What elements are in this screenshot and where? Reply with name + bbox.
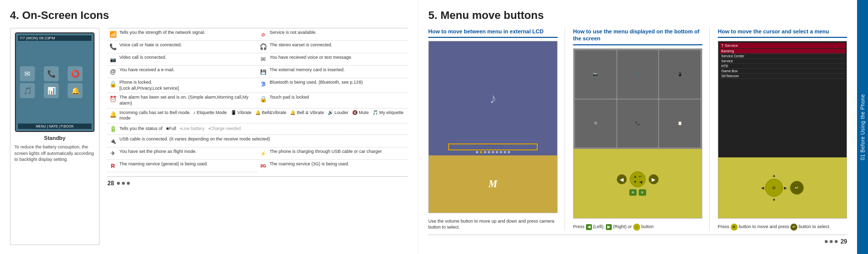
icon-row-flight: ✈ You have set the phone as flight mode. — [107, 147, 258, 160]
phone-label: Standby — [44, 135, 65, 141]
icon-row-earset: 🎧 The stereo earset is connected. — [258, 41, 408, 53]
right-nav-btn[interactable]: ▶ — [649, 174, 659, 184]
menu-cell-6: 📋 — [659, 100, 700, 148]
icon-row-email: @ You have received a e-mail. — [107, 66, 258, 78]
arrow-left-label: ◀ — [761, 186, 764, 190]
page-dots-left — [117, 182, 130, 185]
memory-card-icon: 💾 — [259, 67, 268, 76]
left-title: 4. On-Screen Icons — [10, 9, 408, 22]
arrow-right-label: ▶ — [784, 186, 787, 190]
charging-icon: ⚡ — [259, 149, 268, 158]
network-signal-icon: 📶 — [108, 30, 117, 39]
phone-screen: 7/7 (MON) 09:23PM ✉ 📞 ⭕ 🎵 📊 🔔 MENU | NAT… — [15, 32, 95, 132]
left-section: 4. On-Screen Icons 7/7 (MON) 09:23PM ✉ 📞… — [0, 0, 418, 254]
menu-cell-2: 🎵 — [617, 50, 659, 99]
right-title: 5. Menu move buttons — [428, 9, 847, 22]
bottom-menu-image: 📷 🎵 📱 ⚙ 📞 📋 ◀ — [573, 48, 702, 219]
dot-4 — [488, 151, 490, 153]
dot-6 — [496, 151, 498, 153]
usb-text: USB cable is connected. (It varies depen… — [119, 136, 407, 142]
icon-row-bluetooth: ℬ Bluetooth is being used. (Bluetooth, s… — [258, 78, 408, 93]
page-numbers-right: 29 — [428, 235, 847, 245]
email-icon: @ — [108, 67, 117, 76]
icon-row-touchpad: 🔒 Touch pad is locked — [258, 93, 408, 108]
message-icon: ✉ — [259, 55, 268, 64]
icon-row-battery: 🔋 Tells you the status of ■Full ▪Low bat… — [107, 124, 408, 135]
subsection-3-title: How to move the cursor and select a menu — [718, 28, 847, 38]
page-dot-r3 — [835, 240, 838, 243]
icon-row-voice-call: 📞 Voice call or Nate is connected. — [107, 41, 258, 53]
phone-icon-4: 🎵 — [20, 83, 35, 98]
menu-item-5: Game Box — [720, 69, 845, 74]
icon-row-usb: 🔌 USB cable is connected. (It varies dep… — [107, 135, 408, 147]
bell-text: Incoming calls has set to Bell mode. ♪ E… — [119, 110, 407, 122]
left-content: 7/7 (MON) 09:23PM ✉ 📞 ⭕ 🎵 📊 🔔 MENU | NAT… — [10, 28, 408, 245]
phone-icon-6: 🔔 — [68, 83, 83, 98]
soft-btn-left[interactable]: ≡ — [629, 189, 637, 196]
icon-row-alarm: ⏰ The alarm has been set and is on. (Sim… — [107, 93, 258, 108]
message-text: You have recieved voice or text message. — [270, 55, 407, 61]
phone-bottom-bar: MENU | NATE | P.BOOK — [18, 124, 92, 129]
phone-icon-5: 📊 — [44, 83, 59, 98]
page-dots-right — [825, 240, 838, 243]
dot-9 — [508, 151, 510, 153]
phone-icons-grid: ✉ 📞 ⭕ 🎵 📊 🔔 — [18, 41, 92, 124]
page-number-29: 29 — [841, 238, 847, 245]
roaming-3g-text: The roaming service (3G) is being used. — [270, 161, 407, 167]
external-lcd-visual: ♪ — [429, 41, 557, 213]
subsection-2-desc: Press ◀ (Left), ▶ (Right) or ○ button — [573, 224, 702, 231]
move-btn-inline: ⊕ — [731, 224, 738, 231]
status-bar-text: 7/7 (MON) 09:23PM — [19, 36, 55, 40]
usb-icon: 🔌 — [108, 136, 117, 145]
selection-indicator — [448, 143, 538, 150]
select-nav-btn[interactable]: ↵ — [790, 181, 804, 195]
icon-row-no-service: ⊘ Service is not available. — [258, 28, 408, 41]
menu-item-4: NTE — [720, 64, 845, 69]
soft-btn-right[interactable]: ≡ — [639, 189, 646, 196]
phone-icon-1: ✉ — [20, 66, 35, 81]
right-section: 5. Menu move buttons How to move between… — [418, 0, 857, 254]
nav-buttons-display: ◀ ▲↵ ▼◀ ▶ ≡ — [574, 149, 702, 218]
page-dot-1 — [117, 182, 120, 185]
phone-description: To reduce the battery consuption, the sc… — [14, 144, 95, 163]
memory-card-text: The external memory card is inserted. — [270, 67, 407, 73]
no-service-icon: ⊘ — [259, 30, 268, 39]
voice-call-icon: 📞 — [108, 42, 117, 51]
email-text: You have received a e-mail. — [119, 67, 257, 73]
phone-icon-3: ⭕ — [68, 66, 83, 81]
cursor-nav-btn[interactable]: ⊕ — [765, 179, 783, 197]
dot-5 — [492, 151, 494, 153]
icon-row-roaming: R The roaming service (general) is being… — [107, 160, 258, 172]
icon-row-charging: ⚡ The phone is charging through USB cabl… — [258, 147, 408, 160]
icon-row-message: ✉ You have recieved voice or text messag… — [258, 53, 408, 66]
phone-icon-2: 📞 — [44, 66, 59, 81]
touchpad-locked-icon: 🔒 — [259, 95, 268, 104]
subsection-1-desc: Use the volume button to move up and dow… — [428, 218, 558, 231]
video-call-text: Video call is connected. — [119, 55, 257, 61]
flight-mode-text: You have set the phone as flight mode. — [119, 149, 257, 155]
arrow-up-label: ▲ — [772, 173, 776, 178]
subsection-bottom-menu: How to use the menu displayed on the bot… — [573, 28, 710, 231]
indicator-dots — [476, 151, 510, 153]
icon-row-network: 📶 Tells you the strength of the network … — [107, 28, 258, 41]
nav-center-icon: ⊕ — [772, 185, 776, 190]
right-content: How to move between menu in external LCD… — [428, 28, 847, 231]
alarm-icon: ⏰ — [108, 95, 117, 104]
menu-title-bar: T Service — [720, 43, 845, 48]
center-nav-btn[interactable]: ▲↵ ▼◀ — [630, 171, 646, 187]
left-btn-inline: ◀ — [586, 224, 592, 230]
subsection-2-title: How to use the menu displayed on the bot… — [573, 28, 702, 45]
no-service-text: Service is not available. — [270, 30, 407, 36]
bluetooth-icon: ℬ — [259, 80, 268, 89]
dot-1 — [476, 151, 479, 153]
left-nav-btn[interactable]: ◀ — [617, 174, 627, 184]
nav-buttons-cursor: ▲ ◀ ⊕ ▶ ▼ — [718, 157, 847, 218]
bottom-menu-visual: 📷 🎵 📱 ⚙ 📞 📋 ◀ — [574, 49, 702, 218]
charging-text: The phone is charging through USB cable … — [270, 149, 407, 155]
menu-item-1: Banking — [720, 49, 845, 54]
menu-item-6: SKTelecom — [720, 74, 845, 79]
phone-preview: 7/7 (MON) 09:23PM ✉ 📞 ⭕ 🎵 📊 🔔 MENU | NAT… — [10, 28, 99, 245]
select-btn-inline: ↵ — [790, 224, 797, 231]
page-dot-r1 — [825, 240, 828, 243]
phone-menu-display: T Service Banking Service Center Service… — [718, 41, 847, 157]
